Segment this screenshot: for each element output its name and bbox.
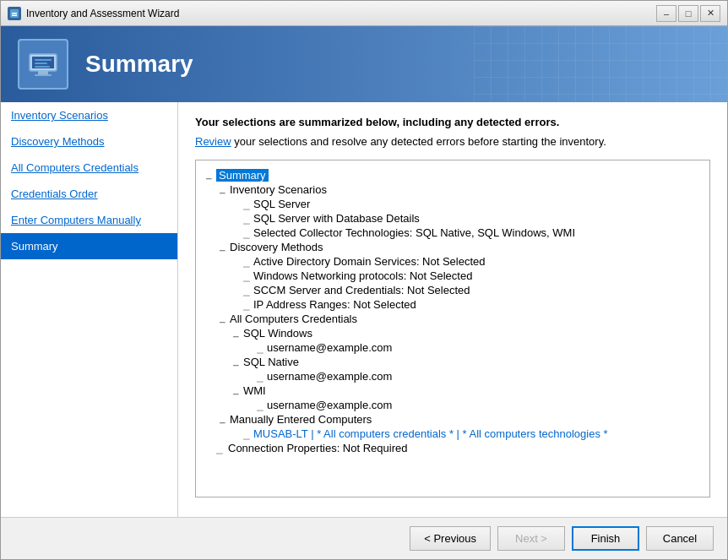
sql-server-label: SQL Server — [253, 198, 310, 210]
win-net-label: Windows Networking protocols: Not Select… — [253, 269, 472, 282]
sql-nat-expander[interactable]: ⎯ — [230, 356, 242, 366]
tree-sql-win-user: ⎯ username@example.com — [203, 341, 703, 354]
root-expander[interactable]: ⎯ — [203, 169, 215, 179]
main-content: Inventory Scenarios Discovery Methods Al… — [1, 102, 727, 517]
svg-rect-2 — [12, 14, 17, 16]
app-icon — [8, 7, 21, 20]
svg-rect-9 — [35, 66, 50, 68]
svg-rect-10 — [474, 26, 727, 102]
sidebar-item-credentials-order[interactable]: Credentials Order — [1, 181, 177, 207]
ad-ds-label: Active Directory Domain Services: Not Se… — [253, 255, 486, 268]
wmi-user-label: username@example.com — [267, 399, 392, 411]
svg-rect-8 — [35, 63, 47, 64]
root-label: Summary — [216, 169, 269, 182]
tree-wmi: ⎯ WMI — [203, 384, 703, 397]
tree-collector-tech: ⎯ Selected Collector Technologies: SQL N… — [203, 226, 703, 239]
sidebar-item-inventory-scenarios[interactable]: Inventory Scenarios — [1, 102, 177, 128]
content-subtext: Review your selections and resolve any d… — [195, 135, 710, 148]
summary-tree: ⎯ Summary ⎯ Inventory Scenarios ⎯ SQL Se… — [195, 160, 710, 497]
tree-manual-computers: ⎯ Manually Entered Computers — [203, 413, 703, 426]
content-area: Your selections are summarized below, in… — [178, 102, 727, 517]
tree-sql-native: ⎯ SQL Native — [203, 356, 703, 368]
wmi-label: WMI — [243, 384, 266, 397]
previous-button[interactable]: < Previous — [410, 526, 491, 551]
cancel-button[interactable]: Cancel — [646, 526, 714, 551]
tree-connection-props: ⎯ Connection Properties: Not Required — [203, 442, 703, 454]
sql-windows-label: SQL Windows — [243, 327, 312, 340]
musab-lt-label: MUSAB-LT | * All computers credentials *… — [253, 427, 608, 440]
sql-win-user-label: username@example.com — [267, 341, 392, 354]
sidebar-item-all-computers-credentials[interactable]: All Computers Credentials — [1, 155, 177, 181]
close-button[interactable]: ✕ — [700, 5, 720, 22]
sidebar-item-discovery-methods[interactable]: Discovery Methods — [1, 128, 177, 155]
window-controls: – □ ✕ — [656, 5, 720, 22]
tree-sql-nat-user: ⎯ username@example.com — [203, 370, 703, 383]
manual-expander[interactable]: ⎯ — [216, 413, 228, 423]
title-bar: Inventory and Assessment Wizard – □ ✕ — [1, 1, 727, 26]
footer: < Previous Next > Finish Cancel — [1, 517, 727, 559]
conn-props-label: Connection Properties: Not Required — [228, 442, 407, 454]
sql-native-label: SQL Native — [243, 356, 299, 368]
ip-ranges-label: IP Address Ranges: Not Selected — [253, 298, 416, 311]
sccm-label: SCCM Server and Credentials: Not Selecte… — [253, 284, 470, 296]
next-button[interactable]: Next > — [497, 526, 565, 551]
svg-rect-6 — [35, 74, 52, 76]
tree-sql-server: ⎯ SQL Server — [203, 198, 703, 210]
tree-ip-ranges: ⎯ IP Address Ranges: Not Selected — [203, 298, 703, 311]
minimize-button[interactable]: – — [656, 5, 676, 22]
disc-label: Discovery Methods — [230, 241, 323, 253]
tree-sql-windows: ⎯ SQL Windows — [203, 327, 703, 340]
svg-rect-1 — [12, 13, 17, 14]
header-title: Summary — [85, 51, 193, 78]
manual-label: Manually Entered Computers — [230, 413, 372, 426]
sidebar-item-enter-computers-manually[interactable]: Enter Computers Manually — [1, 207, 177, 233]
window-title: Inventory and Assessment Wizard — [26, 8, 656, 19]
inv-expander[interactable]: ⎯ — [216, 183, 228, 193]
tree-all-creds: ⎯ All Computers Credentials — [203, 313, 703, 325]
header-banner: Summary — [1, 26, 727, 102]
tree-ad-ds: ⎯ Active Directory Domain Services: Not … — [203, 255, 703, 268]
svg-rect-7 — [35, 59, 52, 61]
svg-rect-5 — [38, 71, 48, 74]
creds-expander[interactable]: ⎯ — [216, 313, 228, 323]
tree-win-net: ⎯ Windows Networking protocols: Not Sele… — [203, 269, 703, 282]
sidebar-item-summary[interactable]: Summary — [1, 233, 177, 259]
content-header: Your selections are summarized below, in… — [195, 116, 710, 128]
tree-sql-server-db: ⎯ SQL Server with Database Details — [203, 212, 703, 225]
collector-tech-label: Selected Collector Technologies: SQL Nat… — [253, 226, 575, 239]
tree-discovery-methods: ⎯ Discovery Methods — [203, 241, 703, 253]
sql-win-expander[interactable]: ⎯ — [230, 327, 242, 337]
tree-inventory-scenarios: ⎯ Inventory Scenarios — [203, 183, 703, 196]
tree-sccm: ⎯ SCCM Server and Credentials: Not Selec… — [203, 284, 703, 296]
maximize-button[interactable]: □ — [678, 5, 698, 22]
wmi-expander[interactable]: ⎯ — [230, 384, 242, 394]
review-link[interactable]: Review — [195, 135, 231, 148]
sidebar: Inventory Scenarios Discovery Methods Al… — [1, 102, 178, 517]
inv-label: Inventory Scenarios — [230, 183, 327, 196]
tree-wmi-user: ⎯ username@example.com — [203, 399, 703, 411]
main-window: Inventory and Assessment Wizard – □ ✕ Su… — [0, 0, 728, 560]
sql-nat-user-label: username@example.com — [267, 370, 392, 383]
disc-expander[interactable]: ⎯ — [216, 241, 228, 251]
header-icon — [18, 39, 68, 90]
all-creds-label: All Computers Credentials — [230, 313, 357, 325]
tree-root: ⎯ Summary — [203, 169, 703, 182]
tree-musab-lt: ⎯ MUSAB-LT | * All computers credentials… — [203, 427, 703, 440]
sql-server-db-label: SQL Server with Database Details — [253, 212, 420, 225]
finish-button[interactable]: Finish — [572, 526, 639, 551]
